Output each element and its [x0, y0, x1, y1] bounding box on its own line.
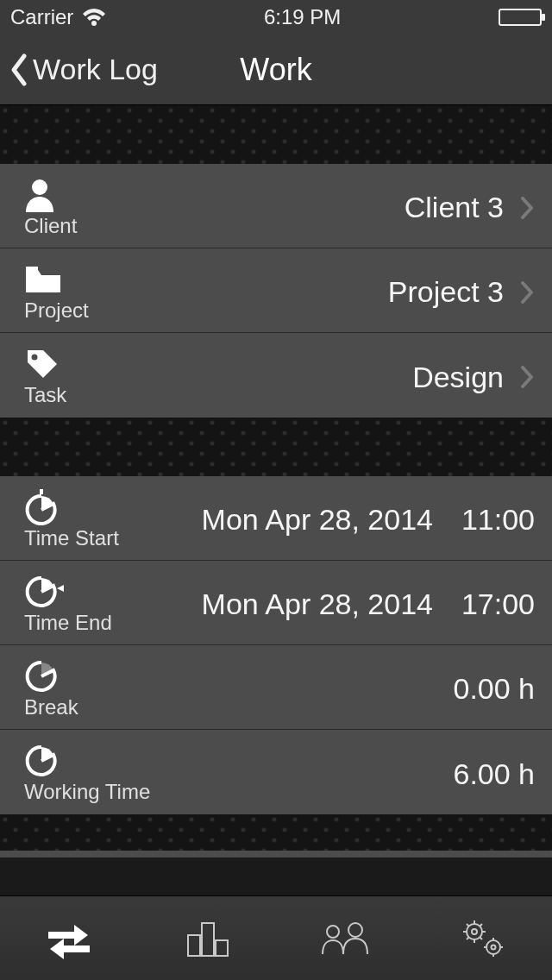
section-time: Time Start Mon Apr 28, 2014 11:00 Time E… — [0, 476, 552, 814]
svg-rect-10 — [216, 940, 228, 956]
svg-marker-7 — [50, 939, 90, 959]
time-end-time: 17:00 — [448, 587, 535, 621]
svg-point-3 — [32, 355, 38, 361]
working-time-cell[interactable]: Working Time 6.00 h — [0, 730, 552, 814]
status-bar: Carrier 6:19 PM — [0, 0, 552, 35]
tab-people[interactable] — [276, 896, 414, 980]
pie-end-icon — [24, 575, 66, 609]
time-start-date: Mon Apr 28, 2014 — [202, 503, 433, 537]
page-title: Work — [240, 52, 311, 88]
separator — [0, 105, 552, 164]
project-label: Project — [24, 298, 89, 323]
tab-settings[interactable] — [414, 896, 552, 980]
tag-icon — [24, 347, 59, 381]
svg-point-1 — [32, 179, 47, 195]
section-peek — [0, 851, 552, 858]
pie-break-icon — [24, 659, 59, 694]
svg-point-14 — [472, 929, 477, 934]
svg-point-23 — [486, 940, 500, 954]
separator — [0, 418, 552, 476]
tab-stats[interactable] — [138, 896, 276, 980]
svg-line-22 — [467, 937, 469, 939]
time-start-time: 11:00 — [448, 503, 535, 537]
tab-sync[interactable] — [0, 896, 138, 980]
svg-point-0 — [91, 21, 97, 26]
wifi-icon — [82, 8, 106, 27]
separator — [0, 814, 552, 851]
time-end-date: Mon Apr 28, 2014 — [202, 587, 433, 621]
back-button[interactable]: Work Log — [0, 53, 158, 87]
svg-point-13 — [467, 924, 482, 939]
time-end-cell[interactable]: Time End Mon Apr 28, 2014 17:00 — [0, 561, 552, 645]
svg-rect-4 — [40, 489, 43, 494]
gears-icon — [457, 916, 509, 961]
time-start-cell[interactable]: Time Start Mon Apr 28, 2014 11:00 — [0, 476, 552, 561]
chevron-right-icon — [519, 195, 535, 221]
project-value: Project 3 — [388, 275, 504, 309]
client-value: Client 3 — [405, 191, 504, 224]
carrier-label: Carrier — [10, 5, 73, 29]
battery-icon — [499, 9, 542, 26]
break-label: Break — [24, 695, 78, 719]
chevron-right-icon — [519, 364, 535, 390]
svg-line-20 — [480, 937, 483, 939]
time-end-label: Time End — [24, 611, 112, 635]
svg-marker-5 — [57, 585, 64, 592]
section-assignment: Client Client 3 Project Project 3 — [0, 164, 552, 418]
nav-bar: Work Log Work — [0, 35, 552, 105]
svg-point-12 — [348, 923, 362, 937]
folder-icon — [24, 262, 62, 297]
client-label: Client — [24, 214, 77, 238]
break-cell[interactable]: Break 0.00 h — [0, 645, 552, 730]
person-icon — [24, 178, 55, 212]
task-value: Design — [412, 361, 504, 394]
break-value: 0.00 h — [453, 672, 535, 706]
status-time: 6:19 PM — [264, 5, 341, 29]
back-label: Work Log — [33, 53, 158, 86]
svg-rect-8 — [188, 935, 200, 956]
task-label: Task — [24, 383, 66, 407]
working-time-label: Working Time — [24, 780, 150, 804]
tab-bar — [0, 895, 552, 980]
svg-line-19 — [467, 924, 469, 927]
svg-line-21 — [480, 924, 483, 927]
bar-chart-icon — [181, 918, 233, 959]
time-start-label: Time Start — [24, 526, 119, 550]
chevron-left-icon — [9, 53, 29, 87]
client-cell[interactable]: Client Client 3 — [0, 164, 552, 248]
svg-point-24 — [492, 945, 496, 949]
sync-icon — [43, 918, 95, 959]
chevron-right-icon — [519, 280, 535, 305]
pie-start-icon — [24, 490, 59, 525]
svg-point-11 — [327, 926, 339, 938]
svg-marker-6 — [48, 925, 88, 945]
project-cell[interactable]: Project Project 3 — [0, 248, 552, 333]
people-icon — [317, 918, 373, 959]
task-cell[interactable]: Task Design — [0, 333, 552, 418]
svg-rect-2 — [26, 267, 38, 272]
working-time-value: 6.00 h — [453, 757, 535, 791]
pie-working-icon — [24, 744, 59, 778]
svg-rect-9 — [202, 923, 214, 956]
